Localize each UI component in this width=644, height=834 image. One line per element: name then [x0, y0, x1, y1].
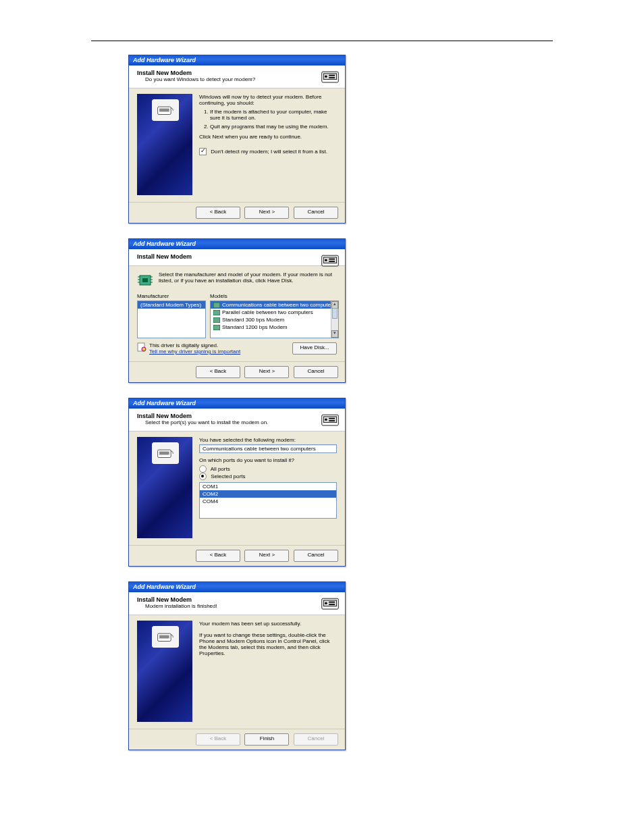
modem-icon: [152, 99, 179, 121]
next-button[interactable]: Next >: [244, 207, 289, 219]
radio-all-ports-row[interactable]: All ports: [199, 465, 337, 473]
radio-selected-ports-row[interactable]: Selected ports: [199, 473, 337, 480]
dialog-body: Windows will now try to detect your mode…: [129, 88, 345, 202]
radio-all-ports[interactable]: [199, 465, 207, 473]
change-settings-message: If you want to change these settings, do…: [199, 632, 337, 656]
svg-rect-12: [213, 317, 220, 323]
list-item[interactable]: Standard 300 bps Modem: [211, 316, 338, 323]
content-panel: You have selected the following modem: C…: [199, 437, 337, 538]
back-button[interactable]: < Back: [196, 366, 240, 378]
manufacturer-listbox[interactable]: (Standard Modem Types): [137, 301, 206, 338]
checkbox-label: Don't detect my modem; I will select it …: [211, 149, 327, 155]
selected-intro: You have selected the following modem:: [199, 437, 337, 443]
scroll-down-icon[interactable]: ▼: [331, 330, 338, 338]
header-subtitle: Do you want Windows to detect your modem…: [145, 76, 338, 82]
proceed-text: Click Next when you are ready to continu…: [199, 134, 337, 140]
content-panel: Windows will now try to detect your mode…: [199, 94, 337, 195]
dialog-body: Your modem has been set up successfully.…: [129, 615, 345, 729]
header-title: Install New Modem: [137, 253, 338, 260]
header-title: Install New Modem: [137, 70, 338, 76]
back-button[interactable]: < Back: [196, 550, 240, 562]
svg-point-23: [325, 602, 327, 605]
dialog-footer: < Back Finish Cancel: [129, 729, 345, 750]
dialog-footer: < Back Next > Cancel: [129, 361, 345, 382]
dialog-footer: < Back Next > Cancel: [129, 545, 345, 566]
modem-icon: [152, 626, 179, 648]
back-button[interactable]: < Back: [196, 207, 240, 219]
selected-modem-field: Communications cable between two compute…: [199, 444, 337, 453]
manufacturer-label: Manufacturer: [137, 293, 206, 299]
list-item[interactable]: COM1: [200, 483, 336, 490]
header-subtitle: Select the port(s) you want to install t…: [145, 419, 338, 425]
driver-icon: [213, 325, 220, 330]
chip-icon: [137, 271, 153, 289]
wizard-dialog-detect: Add Hardware Wizard Install New Modem Do…: [128, 55, 346, 224]
list-item[interactable]: Parallel cable between two computers: [211, 309, 338, 316]
hardware-icon: [321, 252, 340, 271]
certificate-icon: [137, 342, 146, 352]
next-button[interactable]: Next >: [244, 366, 289, 378]
have-disk-button[interactable]: Have Disk...: [292, 342, 337, 355]
wizard-sidebar: [137, 94, 192, 195]
list-item[interactable]: COM2: [200, 490, 336, 498]
svg-point-7: [325, 259, 327, 262]
list-item[interactable]: Communications cable between two compute…: [211, 301, 338, 309]
svg-rect-25: [159, 635, 169, 639]
titlebar[interactable]: Add Hardware Wizard: [129, 55, 345, 66]
models-label: Models: [210, 293, 339, 299]
dialog-header: Install New Modem Modem installation is …: [129, 592, 345, 615]
cancel-button[interactable]: Cancel: [294, 550, 338, 562]
signed-text: This driver is digitally signed.: [149, 342, 240, 348]
header-title: Install New Modem: [137, 596, 338, 603]
titlebar[interactable]: Add Hardware Wizard: [129, 582, 345, 592]
dont-detect-checkbox[interactable]: ✓: [199, 148, 207, 155]
cancel-button[interactable]: Cancel: [294, 366, 338, 378]
svg-rect-11: [213, 310, 220, 315]
svg-rect-9: [142, 278, 148, 282]
dialog-header: Install New Modem Select the port(s) you…: [129, 409, 345, 432]
titlebar[interactable]: Add Hardware Wizard: [129, 239, 345, 249]
back-button: < Back: [196, 733, 240, 746]
list-item[interactable]: COM4: [200, 498, 336, 505]
radio-selected-ports[interactable]: [199, 473, 207, 480]
titlebar[interactable]: Add Hardware Wizard: [129, 398, 345, 409]
success-message: Your modem has been set up successfully.: [199, 621, 337, 627]
list-item[interactable]: Standard 1200 bps Modem: [211, 323, 338, 331]
driver-icon: [213, 310, 220, 315]
hardware-icon: [321, 68, 340, 87]
finish-button[interactable]: Finish: [244, 733, 289, 746]
radio-label: Selected ports: [211, 473, 245, 479]
driver-icon: [213, 303, 220, 308]
wizard-dialog-select-model: Add Hardware Wizard Install New Modem Se…: [128, 238, 346, 383]
checkbox-row[interactable]: ✓ Don't detect my modem; I will select i…: [199, 148, 337, 155]
header-subtitle: Modem installation is finished!: [145, 603, 338, 609]
step-2: Quit any programs that may be using the …: [210, 124, 337, 130]
dialog-body: Select the manufacturer and model of you…: [129, 266, 345, 361]
modem-icon: [152, 442, 179, 464]
svg-rect-4: [159, 109, 169, 112]
intro-text: Windows will now try to detect your mode…: [199, 94, 337, 106]
svg-rect-10: [213, 303, 220, 308]
hardware-icon: [321, 411, 340, 430]
svg-point-15: [142, 347, 146, 351]
scrollbar[interactable]: ▲ ▼: [331, 301, 338, 338]
hardware-icon: [321, 595, 340, 614]
svg-point-2: [325, 76, 327, 78]
radio-label: All ports: [211, 466, 230, 472]
step-1: If the modem is attached to your compute…: [210, 109, 337, 121]
dialog-body: You have selected the following modem: C…: [129, 432, 345, 545]
dialog-header: Install New Modem Do you want Windows to…: [129, 66, 345, 88]
list-item[interactable]: (Standard Modem Types): [138, 301, 205, 309]
scroll-thumb[interactable]: [332, 308, 338, 319]
wizard-dialog-finished: Add Hardware Wizard Install New Modem Mo…: [128, 581, 346, 750]
ports-listbox[interactable]: COM1 COM2 COM4: [199, 482, 337, 519]
instruction-text: Select the manufacturer and model of you…: [159, 271, 337, 284]
dialog-footer: < Back Next > Cancel: [129, 202, 345, 223]
next-button[interactable]: Next >: [244, 550, 289, 562]
models-listbox[interactable]: Communications cable between two compute…: [210, 301, 339, 338]
svg-rect-20: [159, 452, 169, 455]
content-panel: Your modem has been set up successfully.…: [199, 621, 337, 722]
signing-link[interactable]: Tell me why driver signing is important: [149, 348, 240, 355]
cancel-button[interactable]: Cancel: [294, 207, 338, 219]
ports-question: On which ports do you want to install it…: [199, 457, 337, 463]
